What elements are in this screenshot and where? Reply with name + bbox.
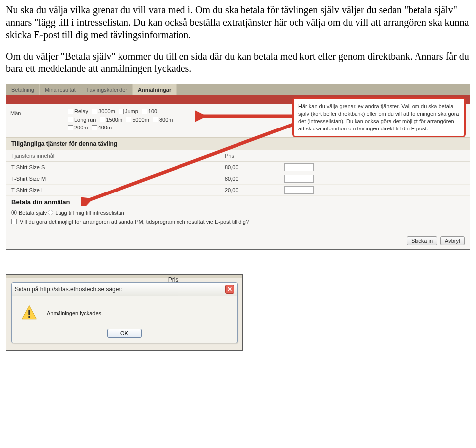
dialog-title: Sidan på http://sfifas.ethostech.se säge… (15, 286, 122, 293)
tab-anmalningar[interactable]: Anmälningar (133, 84, 177, 95)
radio-label: Betala själv (19, 210, 47, 216)
radio-intresselistan[interactable] (48, 210, 53, 215)
dialog-message: Anmälningen lyckades. (47, 310, 103, 316)
registration-form-screenshot: Betalning Mina resultat Tävlingskalender… (6, 84, 470, 250)
epost-consent-label: Vill du göra det möjligt för arrangören … (20, 219, 249, 225)
arrow-to-payment (81, 119, 299, 206)
tab-mina-resultat[interactable]: Mina resultat (40, 84, 81, 95)
event-3000m[interactable]: 3000m (92, 108, 115, 114)
intro-paragraph-1: Nu ska du välja vilka grenar du vill var… (6, 4, 470, 41)
tab-tavlingskalender[interactable]: Tävlingskalender (81, 84, 133, 95)
event-label: 3000m (98, 108, 115, 114)
svg-rect-3 (28, 316, 30, 317)
event-relay[interactable]: Relay (68, 108, 88, 114)
ok-button[interactable]: OK (107, 329, 142, 338)
tab-betalning[interactable]: Betalning (6, 84, 40, 95)
intro-paragraph-2: Om du väljer "Betala själv" kommer du ti… (6, 50, 470, 75)
confirmation-dialog-screenshot: Pris Sidan på http://sfifas.ethostech.se… (6, 274, 243, 351)
svg-line-1 (87, 124, 294, 201)
svg-rect-2 (28, 310, 30, 315)
event-jump[interactable]: Jump (119, 108, 138, 114)
radio-label: Lägg till mig till intresselistan (55, 210, 124, 216)
epost-consent-checkbox[interactable] (11, 219, 18, 224)
price-column-header: Pris (6, 275, 242, 278)
event-label: 100 (148, 108, 157, 114)
warning-icon (21, 304, 38, 322)
event-100[interactable]: 100 (142, 108, 157, 114)
events-row-label: Män (6, 104, 66, 122)
close-icon[interactable]: ✕ (225, 285, 234, 294)
event-label: Relay (74, 108, 88, 114)
radio-betala-sjalv[interactable] (11, 210, 17, 215)
js-alert-dialog: Sidan på http://sfifas.ethostech.se säge… (11, 282, 238, 343)
event-label: Jump (125, 108, 138, 114)
submit-button[interactable]: Skicka in (407, 236, 437, 245)
cancel-button[interactable]: Avbryt (440, 236, 465, 245)
help-callout: Här kan du välja grenar, ev andra tjänst… (292, 97, 466, 137)
tab-bar: Betalning Mina resultat Tävlingskalender… (6, 84, 470, 95)
